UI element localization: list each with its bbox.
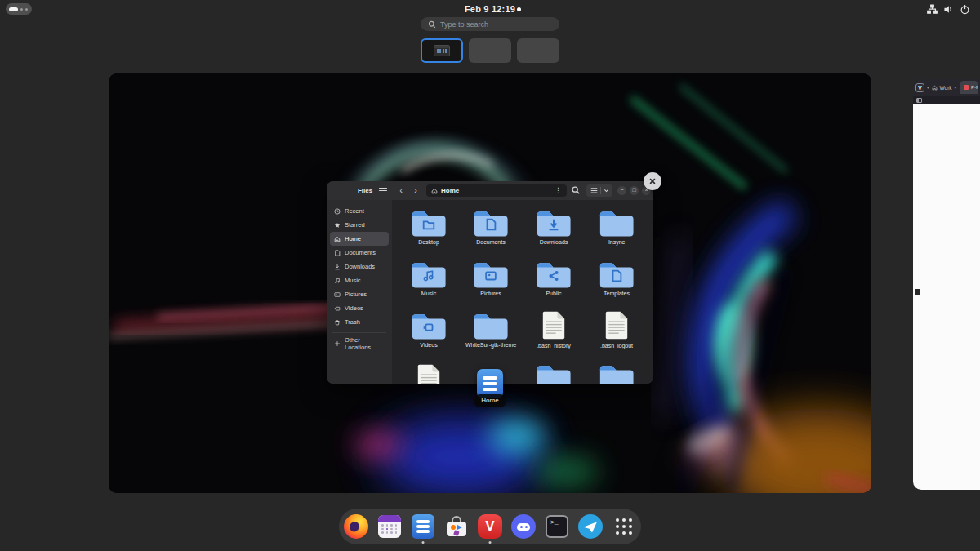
file-item[interactable]: Public <box>523 260 585 298</box>
file-item[interactable]: .bash_logout <box>586 310 648 350</box>
vivaldi-icon: V <box>478 514 502 539</box>
sidebar-separator <box>332 332 386 333</box>
workspace-thumbnail-3[interactable] <box>517 38 559 63</box>
music-note-icon <box>334 278 341 284</box>
files-icon <box>412 514 434 539</box>
sidebar-item-starred[interactable]: Starred <box>330 218 389 232</box>
sidebar-item-downloads[interactable]: Downloads <box>330 260 389 273</box>
files-headerbar: Files ‹ › Home ⋮ <box>327 181 653 200</box>
kebab-menu-icon[interactable]: ⋮ <box>555 184 562 197</box>
file-item-partial[interactable] <box>523 363 585 384</box>
home-icon <box>334 236 341 242</box>
dock-app-terminal[interactable]: >_ <box>545 514 569 539</box>
folder-emblem-icon <box>421 217 436 232</box>
calendar-icon <box>378 515 401 538</box>
file-item[interactable]: Downloads <box>523 209 585 247</box>
network-wired-icon <box>927 4 938 15</box>
forward-button[interactable]: › <box>410 184 421 196</box>
minimize-button[interactable]: − <box>617 186 626 195</box>
video-emblem-icon <box>421 320 436 335</box>
panel-toggle-icon[interactable] <box>916 98 922 103</box>
dash-dock: V >_ <box>339 509 641 544</box>
file-item[interactable]: Documents <box>460 209 522 247</box>
tab-favicon <box>964 85 969 90</box>
chevron-down-icon: ▾ <box>955 85 957 90</box>
file-item[interactable]: Desktop <box>398 209 460 247</box>
browser-page <box>913 104 980 490</box>
dock-app-grid[interactable] <box>612 514 636 539</box>
file-item-partial[interactable] <box>398 363 460 384</box>
sidebar-item-home[interactable]: Home <box>330 232 389 246</box>
running-indicator-dot <box>489 541 492 544</box>
sidebar-item-pictures[interactable]: Pictures <box>330 287 389 301</box>
search-input[interactable]: Type to search <box>421 17 559 31</box>
home-icon <box>932 85 938 91</box>
chevron-down-icon <box>604 188 609 193</box>
file-item[interactable]: Pictures <box>460 260 522 298</box>
sidebar-item-recent[interactable]: Recent <box>330 204 389 218</box>
power-icon <box>960 4 970 15</box>
app-grid-icon <box>612 514 636 539</box>
picture-emblem-icon <box>483 269 498 283</box>
sidebar-item-videos[interactable]: Videos <box>330 301 389 315</box>
sidebar-item-other-locations[interactable]: Other Locations <box>330 336 389 350</box>
document-icon <box>334 250 341 256</box>
view-toggle-button[interactable] <box>586 184 612 197</box>
file-item[interactable]: .bash_history <box>523 310 585 350</box>
file-item[interactable]: Videos <box>398 312 460 349</box>
path-bar[interactable]: Home ⋮ <box>426 184 567 197</box>
sidebar-item-documents[interactable]: Documents <box>330 246 389 260</box>
telegram-plane-icon <box>582 520 599 534</box>
dock-app-discord[interactable] <box>511 514 536 539</box>
system-status-area[interactable] <box>927 0 970 18</box>
dock-app-files[interactable] <box>411 514 435 539</box>
clock-icon <box>334 208 341 215</box>
document-emblem-icon <box>483 217 498 232</box>
terminal-icon: >_ <box>546 515 568 538</box>
back-button[interactable]: ‹ <box>395 184 407 196</box>
hamburger-menu-icon[interactable] <box>379 188 387 193</box>
share-emblem-icon <box>546 269 561 283</box>
music-emblem-icon <box>421 269 436 283</box>
workspace-preview[interactable]: Files ‹ › Home ⋮ <box>109 73 871 493</box>
dock-app-telegram[interactable] <box>578 514 603 539</box>
vivaldi-menu-button[interactable]: V <box>915 83 924 92</box>
dock-app-firefox[interactable] <box>344 514 368 539</box>
clock-menu[interactable]: Feb 9 12:19 <box>0 0 980 18</box>
file-item[interactable]: WhiteSur-gtk-theme <box>460 312 522 349</box>
search-placeholder: Type to search <box>440 20 488 29</box>
tab-group-label[interactable]: Work <box>940 85 952 91</box>
sidebar-item-trash[interactable]: Trash <box>330 315 389 329</box>
picture-icon <box>334 291 341 298</box>
workspace-switcher <box>0 38 980 64</box>
download-emblem-icon <box>546 217 561 232</box>
file-item-partial[interactable] <box>586 363 648 384</box>
top-bar: Feb 9 12:19 <box>0 0 980 18</box>
mini-window-thumbnail <box>434 45 450 56</box>
maximize-button[interactable]: □ <box>630 186 639 195</box>
dock-app-software[interactable] <box>444 514 469 539</box>
volume-icon <box>943 4 954 15</box>
dock-app-calendar[interactable] <box>377 514 402 539</box>
search-icon <box>428 20 436 29</box>
chevron-down-icon: ▾ <box>927 85 929 90</box>
workspace-thumbnail-2[interactable] <box>469 38 511 63</box>
file-item[interactable]: Templates <box>586 260 648 298</box>
software-icon <box>444 514 469 539</box>
overview-close-window-button[interactable] <box>644 172 662 190</box>
workspace-thumbnail-1[interactable] <box>421 38 463 63</box>
file-item[interactable]: Music <box>398 260 460 298</box>
gnome-activities-overview: Feb 9 12:19 <box>0 0 980 551</box>
files-window[interactable]: Files ‹ › Home ⋮ <box>327 181 653 384</box>
video-icon <box>334 305 341 312</box>
file-item[interactable]: Insync <box>586 209 648 247</box>
trash-icon <box>334 319 341 326</box>
adjacent-workspace-preview[interactable]: V ▾ Work ▾ P-Main-Art <box>913 79 980 490</box>
window-search-icon[interactable] <box>571 185 581 195</box>
notification-dot <box>517 7 521 11</box>
sidebar-item-music[interactable]: Music <box>330 273 389 287</box>
discord-icon <box>511 514 536 539</box>
page-content-mark <box>915 289 920 295</box>
dock-app-vivaldi[interactable]: V <box>478 514 502 539</box>
browser-tab[interactable]: P-Main-Art <box>960 81 978 94</box>
